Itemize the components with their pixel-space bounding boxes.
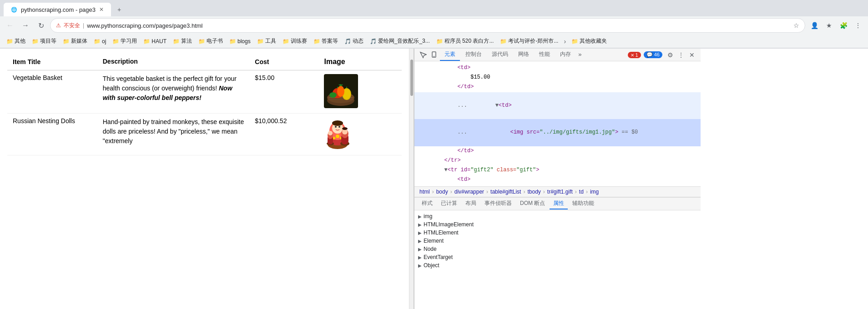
- prop-object[interactable]: ▶ Object: [414, 261, 701, 269]
- nav-icons-right: 👤 ★ 🧩 ⋮: [808, 19, 864, 32]
- bookmark-aigei[interactable]: 🎵爱给网_音效配乐_3...: [367, 36, 433, 46]
- element-picker-icon[interactable]: [418, 50, 428, 60]
- extensions-icon[interactable]: 🧩: [837, 19, 850, 32]
- gifts-table: Item Title Description Cost Image Vegeta…: [7, 53, 402, 155]
- new-tab-button[interactable]: +: [113, 3, 126, 16]
- code-line: </td>: [414, 146, 701, 156]
- active-tab[interactable]: 🌐 pythonscraping.com - page3 ✕: [4, 3, 111, 16]
- url-text: www.pythonscraping.com/pages/page3.html: [87, 22, 791, 29]
- warning-badge: 💬 46: [644, 51, 662, 58]
- prop-img[interactable]: ▶ img: [414, 212, 701, 220]
- page-scroll-container[interactable]: Item Title Description Cost Image Vegeta…: [0, 49, 409, 309]
- bookmark-blogs[interactable]: 📁blogs: [227, 37, 253, 45]
- devtools-tab-elements[interactable]: 元素: [440, 49, 460, 61]
- main-area: Item Title Description Cost Image Vegeta…: [0, 49, 868, 309]
- separator: |: [83, 22, 84, 29]
- forward-button[interactable]: →: [19, 19, 32, 32]
- prop-label-element: Element: [424, 238, 444, 244]
- bookmark-haut[interactable]: 📁HAUT: [141, 37, 169, 45]
- bookmark-ebook[interactable]: 📁电子书: [196, 36, 226, 46]
- bookmark-oj[interactable]: 📁oj: [91, 37, 109, 45]
- back-button[interactable]: ←: [4, 19, 16, 32]
- code-line: </td>: [414, 82, 701, 92]
- devtools-tab-console[interactable]: 控制台: [461, 49, 486, 61]
- devtools-more-tabs[interactable]: »: [578, 51, 582, 58]
- bookmark-programmer[interactable]: 📁程序员 520 表白方...: [434, 36, 497, 46]
- bookmark-exam[interactable]: 📁考试与评价-郑州市...: [497, 36, 561, 46]
- devtools-tab-memory[interactable]: 内存: [555, 49, 575, 61]
- settings-icon[interactable]: ⚙: [665, 50, 675, 60]
- breadcrumb-img[interactable]: img: [589, 188, 600, 195]
- expand-icon: ▶: [418, 239, 422, 244]
- code-line-img-selected[interactable]: ... <img src="../img/gifts/img1.jpg"> ==…: [414, 119, 701, 146]
- star-icon[interactable]: ☆: [793, 22, 799, 29]
- header-image: Image: [318, 53, 402, 70]
- bookmark-projects[interactable]: 📁项目等: [29, 36, 59, 46]
- breadcrumb-bar: html › body › div#wrapper › table#giftLi…: [414, 186, 701, 197]
- breadcrumb-body[interactable]: body: [435, 188, 449, 195]
- devtools-tab-network[interactable]: 网络: [514, 49, 534, 61]
- table-row: Vegetable Basket This vegetable basket i…: [7, 70, 402, 114]
- breadcrumb-div-wrapper[interactable]: div#wrapper: [453, 188, 485, 195]
- more-options-icon[interactable]: ⋮: [676, 50, 686, 60]
- bookmark-algorithm[interactable]: 📁算法: [170, 36, 195, 46]
- dolls-svg: [324, 117, 351, 150]
- bookmark-training[interactable]: 📁训练赛: [280, 36, 310, 46]
- error-badge: ✕ 1: [628, 52, 641, 58]
- bookmarks-more[interactable]: ›: [562, 37, 568, 46]
- prop-event-target[interactable]: ▶ EventTarget: [414, 253, 701, 261]
- breadcrumb-tbody[interactable]: tbody: [526, 188, 542, 195]
- desc-plain-veg: This vegetable basket is the perfect gif…: [103, 75, 237, 92]
- item-desc-veg: This vegetable basket is the perfect gif…: [97, 70, 250, 114]
- bookmark-study[interactable]: 📁学习用: [110, 36, 140, 46]
- breadcrumb-td[interactable]: td: [578, 188, 585, 195]
- devtools-tab-performance[interactable]: 性能: [535, 49, 555, 61]
- close-devtools-icon[interactable]: ✕: [687, 50, 697, 60]
- address-bar[interactable]: ⚠ 不安全 | www.pythonscraping.com/pages/pag…: [50, 18, 805, 33]
- properties-content[interactable]: ▶ img ▶ HTMLImageElement ▶ HTMLElement ▶…: [414, 210, 701, 309]
- tab-event-listeners[interactable]: 事件侦听器: [481, 198, 515, 209]
- table-row: Russian Nesting Dolls Hand-painted by tr…: [7, 114, 402, 155]
- breadcrumb-tr-gift1[interactable]: tr#gift1.gift: [546, 188, 574, 195]
- bookmark-answers[interactable]: 📁答案等: [311, 36, 341, 46]
- bookmark-dynamic[interactable]: 🎵动态: [342, 36, 366, 46]
- tab-computed[interactable]: 已计算: [437, 198, 461, 209]
- tab-accessibility[interactable]: 辅助功能: [569, 198, 598, 209]
- html-code-view[interactable]: <td> $15.00 </td> ... ▼<td> ... <img src…: [414, 61, 701, 186]
- tab-layout[interactable]: 布局: [462, 198, 480, 209]
- nav-bar: ← → ↻ ⚠ 不安全 | www.pythonscraping.com/pag…: [0, 16, 868, 35]
- tab-properties[interactable]: 属性: [550, 198, 568, 209]
- bookmark-other[interactable]: 📁其他: [4, 36, 28, 46]
- prop-label-node: Node: [424, 246, 437, 252]
- devtools-tab-sources[interactable]: 源代码: [487, 49, 513, 61]
- svg-point-20: [335, 126, 337, 128]
- browser-chrome: 🌐 pythonscraping.com - page3 ✕ + ← → ↻ ⚠…: [0, 0, 868, 49]
- code-line: <td>: [414, 63, 701, 73]
- tab-bar: 🌐 pythonscraping.com - page3 ✕ +: [0, 0, 868, 16]
- tab-title: pythonscraping.com - page3: [21, 6, 96, 13]
- profile-icon[interactable]: 👤: [808, 19, 821, 32]
- bookmark-manager-icon[interactable]: ★: [823, 19, 835, 32]
- reload-button[interactable]: ↻: [35, 19, 47, 32]
- security-label: 不安全: [64, 22, 80, 30]
- bookmark-more[interactable]: 📁其他收藏夹: [569, 36, 610, 46]
- prop-element[interactable]: ▶ Element: [414, 237, 701, 245]
- bookmark-newmedia[interactable]: 📁新媒体: [60, 36, 90, 46]
- prop-html-image-element[interactable]: ▶ HTMLImageElement: [414, 220, 701, 229]
- code-line-selected[interactable]: ... ▼<td>: [414, 92, 701, 120]
- tab-dom-breakpoints[interactable]: DOM 断点: [516, 198, 549, 209]
- item-image-dolls: [318, 114, 402, 155]
- breadcrumb-html[interactable]: html: [418, 188, 431, 195]
- device-toolbar-icon[interactable]: [429, 50, 439, 60]
- prop-node[interactable]: ▶ Node: [414, 245, 701, 253]
- svg-point-23: [336, 135, 339, 138]
- settings-icon[interactable]: ⋮: [852, 19, 864, 32]
- tab-close-icon[interactable]: ✕: [99, 6, 104, 13]
- page-scrollbar[interactable]: [409, 49, 414, 309]
- tab-styles[interactable]: 样式: [418, 198, 436, 209]
- prop-html-element[interactable]: ▶ HTMLElement: [414, 229, 701, 237]
- prop-label-img: img: [424, 213, 432, 219]
- bookmark-tools[interactable]: 📁工具: [254, 36, 279, 46]
- page-body: Item Title Description Cost Image Vegeta…: [0, 49, 409, 160]
- breadcrumb-table[interactable]: table#giftList: [489, 188, 522, 195]
